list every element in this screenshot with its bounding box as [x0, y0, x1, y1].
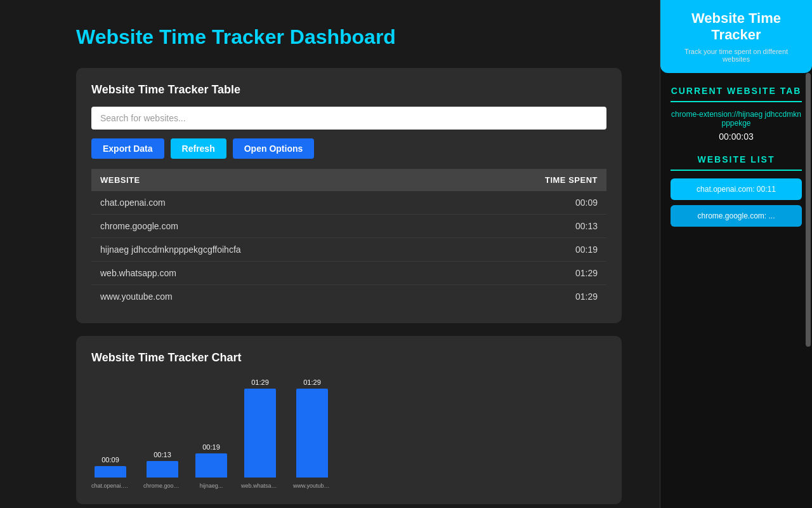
table-row: chrome.google.com 00:13 — [91, 215, 606, 238]
bar-label-bottom: hijnaeg... — [200, 483, 223, 489]
website-table: WEBSITE TIME SPENT chat.openai.com 00:09… — [91, 169, 606, 308]
cell-website: www.youtube.com — [91, 285, 448, 309]
right-header: Website TimeTracker Track your time spen… — [660, 0, 812, 73]
current-tab-time: 00:00:03 — [671, 131, 802, 142]
search-input[interactable] — [91, 107, 606, 130]
bar-group: 01:29 www.youtube.com — [293, 378, 331, 489]
bar — [296, 389, 328, 478]
bar-label-bottom: web.whatsapp.com — [241, 483, 279, 489]
chart-card: Website Time Tracker Chart 00:09 chat.op… — [76, 336, 622, 504]
list-item[interactable]: chat.openai.com: 00:11 — [671, 178, 802, 200]
cell-website: hijnaeg jdhccdmknpppekgcgffoihcfa — [91, 238, 448, 262]
bar-group: 00:13 chrome.google.com — [143, 451, 181, 489]
button-row: Export Data Refresh Open Options — [91, 138, 606, 159]
website-list-divider — [671, 170, 802, 171]
bar-label-top: 01:29 — [251, 378, 269, 386]
table-row: chat.openai.com 00:09 — [91, 191, 606, 215]
cell-website: chat.openai.com — [91, 191, 448, 215]
bar — [147, 461, 178, 478]
right-panel-inner: CURRENT WEBSITE TAB chrome-extension://h… — [660, 73, 812, 508]
chart-title: Website Time Tracker Chart — [91, 351, 606, 364]
bar-label-top: 00:13 — [154, 451, 171, 458]
bar-label-top: 01:29 — [303, 378, 321, 386]
table-row: www.youtube.com 01:29 — [91, 285, 606, 309]
export-data-button[interactable]: Export Data — [91, 138, 164, 159]
right-header-title: Website TimeTracker — [671, 10, 802, 44]
left-panel: Website Time Tracker Dashboard Website T… — [0, 0, 660, 508]
bar — [244, 389, 276, 478]
col-time-spent: TIME SPENT — [448, 169, 606, 191]
table-row: hijnaeg jdhccdmknpppekgcgffoihcfa 00:19 — [91, 238, 606, 262]
col-website: WEBSITE — [91, 169, 448, 191]
bar-label-bottom: chrome.google.com — [143, 483, 181, 489]
cell-time: 00:13 — [448, 215, 606, 238]
right-header-subtitle: Track your time spent on different websi… — [671, 48, 802, 63]
table-row: web.whatsapp.com 01:29 — [91, 262, 606, 285]
chart-container: 00:09 chat.openai.com 00:13 chrome.googl… — [91, 375, 606, 489]
list-item[interactable]: chrome.google.com: ... — [671, 205, 802, 227]
page-title: Website Time Tracker Dashboard — [76, 25, 622, 49]
current-tab-url: chrome-extension://hijnaeg jdhccdmknpppe… — [671, 110, 802, 128]
bar-group: 00:09 chat.openai.com — [91, 456, 129, 489]
bar — [195, 453, 227, 478]
bar-label-top: 00:19 — [202, 443, 220, 451]
table-card: Website Time Tracker Table Export Data R… — [76, 68, 622, 323]
cell-time: 01:29 — [448, 285, 606, 309]
right-panel: Website TimeTracker Track your time spen… — [660, 0, 812, 508]
current-tab-title: CURRENT WEBSITE TAB — [671, 86, 802, 96]
bar — [95, 466, 126, 478]
website-list-section: WEBSITE LIST chat.openai.com: 00:11 chro… — [660, 154, 812, 227]
cell-time: 00:19 — [448, 238, 606, 262]
scrollbar[interactable] — [806, 73, 811, 347]
table-header-row: WEBSITE TIME SPENT — [91, 169, 606, 191]
open-options-button[interactable]: Open Options — [233, 138, 315, 159]
refresh-button[interactable]: Refresh — [171, 138, 226, 159]
table-card-title: Website Time Tracker Table — [91, 83, 606, 97]
bar-label-top: 00:09 — [102, 456, 119, 464]
bar-label-bottom: chat.openai.com — [91, 483, 129, 489]
bar-label-bottom: www.youtube.com — [293, 483, 331, 489]
bar-group: 01:29 web.whatsapp.com — [241, 378, 279, 489]
current-tab-section: CURRENT WEBSITE TAB chrome-extension://h… — [660, 73, 812, 154]
bar-group: 00:19 hijnaeg... — [195, 443, 227, 489]
cell-website: web.whatsapp.com — [91, 262, 448, 285]
cell-time: 00:09 — [448, 191, 606, 215]
cell-website: chrome.google.com — [91, 215, 448, 238]
current-tab-divider — [671, 101, 802, 102]
website-list-title: WEBSITE LIST — [671, 154, 802, 164]
cell-time: 01:29 — [448, 262, 606, 285]
